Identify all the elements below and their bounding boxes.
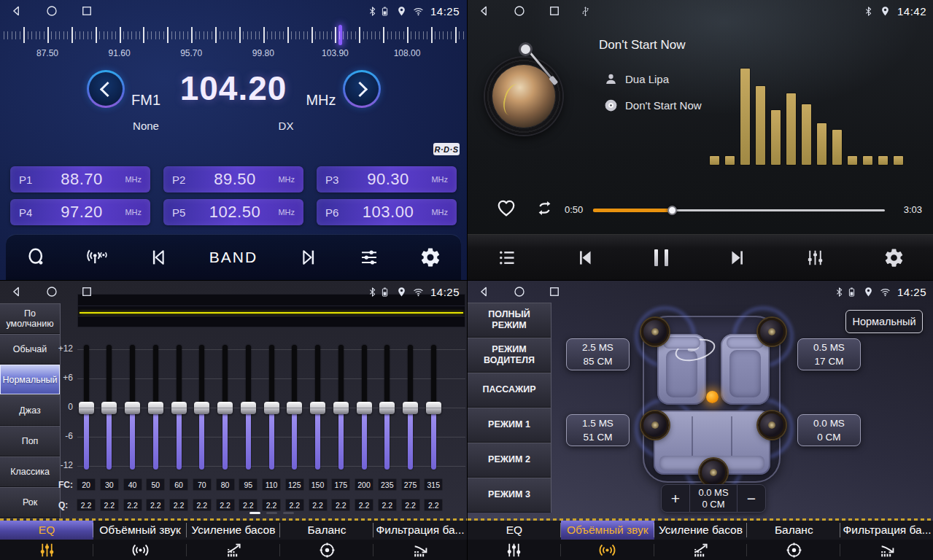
eq-band-slider-50[interactable] (153, 345, 158, 470)
equalizer-icon[interactable] (358, 246, 380, 268)
progress-thumb[interactable] (667, 206, 677, 215)
tab-icon-balance[interactable] (747, 540, 840, 560)
q-value-1[interactable]: 2.2 (100, 499, 119, 511)
preset-button-p3[interactable]: P390.30MHz (317, 166, 457, 192)
decrease-delay-button[interactable]: − (738, 485, 765, 512)
frequency-ruler[interactable] (0, 23, 467, 47)
eq-slider-thumb[interactable] (241, 402, 256, 414)
previous-station-icon[interactable] (148, 246, 170, 268)
q-value-13[interactable]: 2.2 (378, 499, 397, 511)
playlist-icon[interactable] (497, 247, 518, 268)
eq-slider-thumb[interactable] (333, 402, 349, 414)
tab-eq[interactable]: EQ (468, 521, 561, 540)
pause-button[interactable] (654, 249, 668, 266)
eq-band-slider-175[interactable] (338, 345, 344, 470)
mode-button-0[interactable]: ПОЛНЫЙ РЕЖИМ (468, 303, 551, 338)
tab-filter[interactable]: Фильтрация ба... (840, 521, 933, 540)
seek-up-button[interactable] (343, 70, 381, 108)
eq-slider-thumb[interactable] (171, 402, 187, 414)
preset-button-p6[interactable]: P6103.00MHz (317, 199, 457, 225)
q-value-11[interactable]: 2.2 (331, 499, 350, 511)
recents-button[interactable] (80, 4, 93, 18)
favorite-heart-icon[interactable] (495, 197, 517, 219)
equalizer-icon[interactable] (805, 247, 826, 268)
front-right-delay-button[interactable]: 0.5 MS 17 CM (797, 338, 861, 370)
eq-slider-thumb[interactable] (101, 402, 117, 414)
back-button[interactable] (478, 285, 491, 298)
preset-button-p1[interactable]: P188.70MHz (10, 166, 150, 192)
eq-band-slider-70[interactable] (199, 345, 204, 470)
eq-slider-thumb[interactable] (125, 402, 140, 414)
home-button[interactable] (513, 285, 526, 298)
soundstage-preset-chip[interactable]: Нормальный (845, 310, 923, 333)
mode-button-4[interactable]: РЕЖИМ 2 (468, 443, 551, 478)
settings-gear-icon[interactable] (419, 246, 441, 268)
eq-band-slider-110[interactable] (269, 345, 274, 470)
eq-slider-thumb[interactable] (148, 402, 163, 414)
eq-slider-thumb[interactable] (79, 402, 94, 414)
eq-band-slider-80[interactable] (222, 345, 228, 470)
tab-icon-bass[interactable] (187, 540, 280, 560)
q-value-6[interactable]: 2.2 (216, 499, 235, 511)
tab-icon-filter[interactable] (373, 540, 467, 560)
mode-button-3[interactable]: РЕЖИМ 1 (468, 408, 551, 443)
mode-button-1[interactable]: РЕЖИМ ВОДИТЕЛЯ (468, 338, 551, 373)
back-button[interactable] (478, 4, 491, 18)
listening-position-dot[interactable] (706, 391, 719, 403)
preset-button-p2[interactable]: P289.50MHz (163, 166, 303, 192)
next-track-icon[interactable] (726, 247, 747, 268)
tab-surround[interactable]: Объёмный звук (93, 521, 187, 540)
tab-icon-filter[interactable] (840, 540, 933, 560)
eq-slider-thumb[interactable] (379, 402, 395, 414)
q-value-8[interactable]: 2.2 (262, 499, 281, 511)
eq-slider-thumb[interactable] (310, 402, 325, 414)
fc-value-275[interactable]: 275 (401, 478, 420, 491)
q-value-14[interactable]: 2.2 (401, 499, 420, 511)
tab-icon-surround[interactable] (561, 540, 654, 560)
home-button[interactable] (45, 4, 58, 18)
fc-value-125[interactable]: 125 (285, 478, 304, 491)
tab-icon-surround[interactable] (93, 540, 187, 560)
tab-bass[interactable]: Усиление басов (187, 521, 280, 540)
eq-band-slider-235[interactable] (384, 345, 390, 470)
q-value-3[interactable]: 2.2 (146, 499, 165, 511)
next-station-icon[interactable] (297, 246, 319, 268)
eq-preset-0[interactable]: По умолчанию (0, 303, 60, 334)
back-button[interactable] (10, 285, 23, 298)
fc-value-50[interactable]: 50 (146, 478, 165, 491)
repeat-icon[interactable] (535, 198, 554, 218)
increase-delay-button[interactable]: + (662, 485, 689, 512)
eq-band-slider-200[interactable] (362, 345, 367, 470)
eq-slider-thumb[interactable] (194, 402, 209, 414)
q-value-12[interactable]: 2.2 (355, 499, 373, 511)
eq-band-slider-40[interactable] (130, 345, 135, 470)
album-art[interactable] (485, 58, 562, 135)
rear-left-delay-button[interactable]: 1.5 MS 51 CM (566, 414, 630, 446)
eq-slider-thumb[interactable] (357, 402, 372, 414)
eq-band-slider-125[interactable] (292, 345, 297, 470)
fc-value-175[interactable]: 175 (331, 478, 350, 491)
band-button[interactable]: BAND (209, 249, 258, 266)
q-value-15[interactable]: 2.2 (424, 499, 443, 511)
recents-button[interactable] (548, 285, 561, 298)
rear-right-delay-button[interactable]: 0.0 MS 0 CM (797, 414, 861, 446)
preset-button-p4[interactable]: P497.20MHz (10, 199, 150, 225)
tab-bass[interactable]: Усиление басов (654, 521, 748, 540)
previous-track-icon[interactable] (576, 247, 597, 268)
eq-slider-thumb[interactable] (217, 402, 233, 414)
fc-value-235[interactable]: 235 (378, 478, 397, 491)
recents-button[interactable] (548, 4, 561, 18)
q-value-4[interactable]: 2.2 (169, 499, 188, 511)
fc-value-80[interactable]: 80 (216, 478, 235, 491)
preset-button-p5[interactable]: P5102.50MHz (163, 199, 303, 225)
eq-preset-6[interactable]: Рок (0, 487, 60, 518)
tab-surround[interactable]: Объёмный звук (561, 521, 654, 540)
eq-band-slider-60[interactable] (177, 345, 182, 470)
eq-slider-thumb[interactable] (403, 402, 418, 414)
q-value-10[interactable]: 2.2 (309, 499, 328, 511)
recents-button[interactable] (80, 285, 93, 298)
fc-value-20[interactable]: 20 (77, 478, 96, 491)
mode-button-5[interactable]: РЕЖИМ 3 (468, 478, 551, 513)
fc-value-200[interactable]: 200 (355, 478, 373, 491)
tab-icon-bass[interactable] (654, 540, 748, 560)
